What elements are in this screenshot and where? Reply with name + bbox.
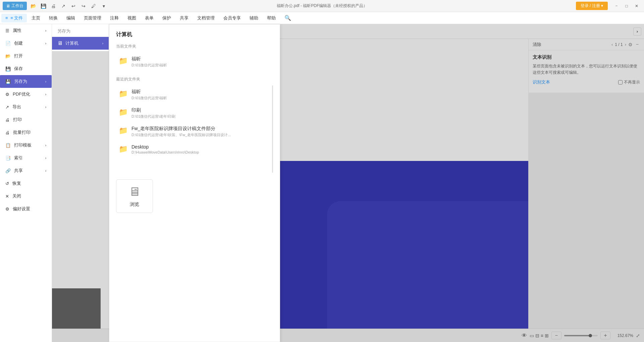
saveas-submenu: 另存为 🖥 计算机 ›	[52, 24, 109, 51]
print-label: 打印	[13, 117, 22, 123]
menu-assist[interactable]: 辅助	[246, 14, 262, 22]
maximize-button[interactable]: □	[622, 1, 631, 11]
folder-info-fuxin: 福昕 D:\01微信代运营\福昕	[131, 89, 267, 101]
menu-edit[interactable]: 编辑	[62, 14, 79, 22]
recent-folders-container: 📁 福昕 D:\01微信代运营\福昕 📁 印刷 D:\01微信代运营\老年\印刷…	[116, 86, 273, 173]
save-icon[interactable]: 💾	[40, 2, 47, 10]
saveas-icon: 💾	[5, 79, 11, 84]
menu-saveas[interactable]: 💾 另存为 ›	[0, 75, 52, 88]
folder-icon-fuxin: 📁	[119, 90, 128, 99]
menu-create[interactable]: 📄 创建 ›	[0, 37, 52, 50]
search-icon[interactable]: 🔍	[280, 13, 295, 22]
folder-icon-print: 📁	[119, 108, 128, 117]
export-arrow: ›	[45, 105, 46, 109]
browse-button[interactable]: 🖥 浏览	[116, 179, 153, 213]
menu-batch-print[interactable]: 🖨 批量打印	[0, 126, 52, 139]
preferences-icon: ⚙	[5, 207, 9, 212]
menu-annotate[interactable]: 注释	[106, 14, 123, 22]
folder-path-fuxin: D:\01微信代运营\福昕	[131, 96, 259, 101]
menu-print[interactable]: 🖨 打印	[0, 113, 52, 126]
batch-print-icon: 🖨	[5, 130, 10, 135]
menu-export[interactable]: ↗ 导出 ›	[0, 101, 52, 113]
menu-open[interactable]: 📂 打开	[0, 50, 52, 62]
menu-forms[interactable]: 表单	[141, 14, 158, 22]
menu-pdf-optimize[interactable]: ⚙ PDF优化 ›	[0, 88, 52, 101]
menu-print-template[interactable]: 📋 打印模板 ›	[0, 139, 52, 152]
recent-folder-desktop[interactable]: 📁 Desktop D:\HuaweiMoveData\Users\rinro\…	[116, 141, 270, 158]
saveas-header: 另存为	[52, 25, 109, 37]
minimize-button[interactable]: －	[612, 1, 621, 11]
open-file-icon[interactable]: 📂	[30, 2, 37, 10]
dropdown-icon[interactable]: ▾	[100, 2, 107, 10]
menu-view[interactable]: 视图	[123, 14, 140, 22]
folder-name-print: 印刷	[131, 107, 267, 113]
current-folder-item[interactable]: 📁 福昕 D:\01微信代运营\福昕	[116, 53, 273, 71]
pdf-optimize-arrow: ›	[45, 93, 46, 96]
menu-convert[interactable]: 转换	[45, 14, 62, 22]
menu-help[interactable]: 帮助	[263, 14, 280, 22]
current-folder-path: D:\01微信代运营\福昕	[131, 63, 259, 68]
computer-arrow: ›	[102, 42, 103, 45]
save-label: 保存	[14, 66, 23, 72]
undo-icon[interactable]: ↩	[70, 2, 77, 10]
recent-folder-print[interactable]: 📁 印刷 D:\01微信代运营\老年\印刷	[116, 104, 270, 122]
folder-name-fw-hospital: Fw_老年医院标识牌项目设计稿文件部分	[131, 126, 267, 132]
menubar: ≡ ≡ 文件 主页 转换 编辑 页面管理 注释 视图 表单 保护 共享 文档管理…	[0, 12, 644, 24]
export-icon: ↗	[5, 105, 9, 110]
menu-member[interactable]: 会员专享	[219, 14, 245, 22]
index-icon: 📑	[5, 156, 11, 161]
share-item-label: 共享	[14, 168, 23, 174]
print-icon[interactable]: 🖨	[50, 2, 57, 10]
current-folder-label: 当前文件夹	[116, 44, 273, 49]
menu-properties[interactable]: ☰ 属性 ›	[0, 24, 52, 37]
index-arrow: ›	[45, 156, 46, 160]
close-item-icon: ✕	[5, 194, 9, 199]
recent-folder-fuxin[interactable]: 📁 福昕 D:\01微信代运营\福昕	[116, 86, 270, 104]
workbench-button[interactable]: 🖥 工作台	[3, 2, 27, 10]
stamp-icon[interactable]: 🖊	[90, 2, 97, 10]
menu-protect[interactable]: 保护	[158, 14, 175, 22]
menu-file[interactable]: ≡ ≡ 文件	[1, 14, 27, 22]
current-folder-icon: 📁	[119, 57, 128, 66]
properties-icon: ☰	[5, 28, 9, 33]
folder-path-desktop: D:\HuaweiMoveData\Users\rinro\Desktop	[131, 150, 259, 154]
recent-folders-scroll[interactable]: 📁 福昕 D:\01微信代运营\福昕 📁 印刷 D:\01微信代运营\老年\印刷…	[116, 86, 273, 173]
properties-label: 属性	[13, 27, 21, 34]
folder-icon-fw-hospital: 📁	[119, 126, 128, 136]
computer-icon: 🖥	[57, 40, 63, 46]
window-title: 福昕办公.pdf - 福昕PDF编辑器（未经授权的产品）	[277, 3, 368, 9]
menu-save[interactable]: 💾 保存	[0, 62, 52, 75]
login-button[interactable]: 登录 / 注册 ▾	[576, 2, 608, 10]
open-label: 打开	[14, 53, 23, 59]
menu-recover[interactable]: ↺ 恢复	[0, 177, 52, 190]
folder-info-print: 印刷 D:\01微信代运营\老年\印刷	[131, 107, 267, 119]
export-label: 导出	[12, 104, 21, 110]
menu-home[interactable]: 主页	[28, 14, 44, 22]
recent-folder-fw-hospital[interactable]: 📁 Fw_老年医院标识牌项目设计稿文件部分 D:\01微信代运营\老年\软装、\…	[116, 122, 270, 141]
pdf-optimize-icon: ⚙	[5, 92, 9, 97]
modal-overlay	[0, 24, 644, 342]
saveas-computer[interactable]: 🖥 计算机 ›	[52, 37, 109, 50]
menu-doc-manage[interactable]: 文档管理	[193, 14, 219, 22]
computer-panel: 计算机 当前文件夹 📁 福昕 D:\01微信代运营\福昕 最近的文件夹 📁 福昕…	[109, 24, 280, 342]
folder-info-fw-hospital: Fw_老年医院标识牌项目设计稿文件部分 D:\01微信代运营\老年\软装、\Fw…	[131, 126, 267, 137]
recover-icon: ↺	[5, 181, 9, 186]
close-item-label: 关闭	[12, 193, 21, 199]
folder-name-desktop: Desktop	[131, 144, 267, 150]
print-template-arrow: ›	[45, 144, 46, 147]
create-label: 创建	[14, 40, 23, 46]
current-folder-name: 福昕	[131, 56, 270, 62]
menu-page-manage[interactable]: 页面管理	[80, 14, 105, 22]
share-icon[interactable]: ↗	[60, 2, 67, 10]
menu-preferences[interactable]: ⚙ 偏好设置	[0, 203, 52, 215]
menu-share[interactable]: 共享	[176, 14, 193, 22]
computer-panel-title: 计算机	[116, 31, 273, 38]
print-icon: 🖨	[5, 117, 10, 122]
menu-share-item[interactable]: 🔗 共享 ›	[0, 164, 52, 177]
redo-icon[interactable]: ↪	[80, 2, 87, 10]
folder-name-fuxin: 福昕	[131, 89, 267, 95]
menu-close[interactable]: ✕ 关闭	[0, 190, 52, 203]
menu-index[interactable]: 📑 索引 ›	[0, 152, 52, 164]
close-button[interactable]: ✕	[632, 1, 641, 11]
folder-icon-desktop: 📁	[119, 145, 128, 154]
